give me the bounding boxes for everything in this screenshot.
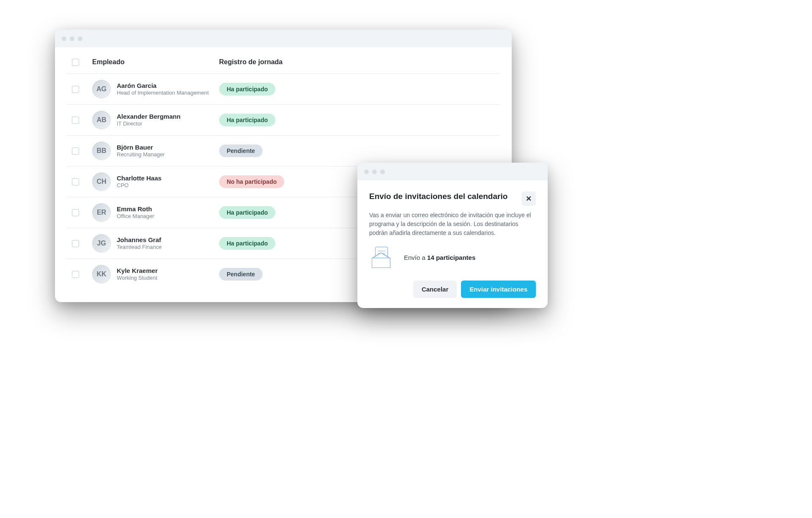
select-all-checkbox[interactable] bbox=[72, 59, 79, 66]
mail-illustration-icon bbox=[369, 247, 395, 268]
close-icon: ✕ bbox=[526, 194, 532, 203]
status-badge: No ha participado bbox=[219, 175, 284, 188]
employee-name: Björn Bauer bbox=[117, 144, 165, 151]
column-status: Registro de jornada bbox=[219, 58, 500, 66]
avatar: KK bbox=[92, 265, 111, 284]
window-dot bbox=[70, 36, 74, 41]
status-badge: Ha participado bbox=[219, 114, 275, 126]
recipient-summary: Envío a 14 participantes bbox=[369, 247, 536, 268]
send-invites-modal: Envío de invitaciones del calendario ✕ V… bbox=[357, 163, 548, 308]
table-row: BBBjörn BauerRecruiting ManagerPendiente bbox=[67, 135, 500, 166]
row-checkbox[interactable] bbox=[72, 147, 79, 155]
row-checkbox[interactable] bbox=[72, 178, 79, 185]
status-badge: Ha participado bbox=[219, 83, 275, 95]
row-checkbox[interactable] bbox=[72, 209, 79, 216]
row-checkbox[interactable] bbox=[72, 240, 79, 247]
employee-role: Working Student bbox=[117, 275, 158, 282]
avatar: CH bbox=[92, 172, 111, 191]
avatar: JG bbox=[92, 234, 111, 253]
avatar: BB bbox=[92, 142, 111, 160]
avatar: AB bbox=[92, 111, 111, 129]
table-row: ABAlexander BergmannIT DirectorHa partic… bbox=[67, 104, 500, 135]
status-badge: Ha participado bbox=[219, 237, 275, 250]
send-invites-button[interactable]: Enviar invitaciones bbox=[461, 281, 536, 298]
row-checkbox[interactable] bbox=[72, 117, 79, 124]
employee-role: IT Director bbox=[117, 120, 181, 128]
modal-title: Envío de invitaciones del calendario bbox=[369, 191, 508, 202]
recipient-count-text: Envío a 14 participantes bbox=[404, 254, 475, 261]
employee-role: Recruiting Manager bbox=[117, 151, 165, 158]
close-button[interactable]: ✕ bbox=[521, 191, 536, 206]
modal-description: Vas a enviar un correo electrónico de in… bbox=[369, 211, 536, 237]
employee-role: Office Manager bbox=[117, 213, 154, 220]
employee-role: CPO bbox=[117, 182, 162, 189]
status-badge: Ha participado bbox=[219, 206, 275, 219]
employee-name: Johannes Graf bbox=[117, 236, 162, 244]
employee-role: Head of Implementation Management bbox=[117, 90, 209, 97]
employee-name: Emma Roth bbox=[117, 205, 154, 213]
cancel-button[interactable]: Cancelar bbox=[413, 281, 457, 298]
table-header: Empleado Registro de jornada bbox=[67, 47, 500, 74]
avatar: AG bbox=[92, 80, 111, 98]
employee-name: Alexander Bergmann bbox=[117, 113, 181, 120]
employee-name: Charlotte Haas bbox=[117, 174, 162, 182]
status-badge: Pendiente bbox=[219, 144, 263, 157]
window-dot bbox=[364, 169, 369, 174]
employee-name: Aarón Garcia bbox=[117, 82, 209, 90]
window-dot bbox=[380, 169, 385, 174]
table-row: AGAarón GarciaHead of Implementation Man… bbox=[67, 74, 500, 104]
row-checkbox[interactable] bbox=[72, 271, 79, 278]
employee-role: Teamlead Finance bbox=[117, 244, 162, 251]
window-titlebar bbox=[55, 30, 512, 47]
status-badge: Pendiente bbox=[219, 268, 263, 281]
window-dot bbox=[78, 36, 82, 41]
window-dot bbox=[62, 36, 66, 41]
modal-titlebar bbox=[357, 163, 548, 180]
avatar: ER bbox=[92, 203, 111, 222]
row-checkbox[interactable] bbox=[72, 86, 79, 93]
column-employee: Empleado bbox=[92, 58, 211, 66]
window-dot bbox=[372, 169, 377, 174]
employee-name: Kyle Kraemer bbox=[117, 267, 158, 275]
